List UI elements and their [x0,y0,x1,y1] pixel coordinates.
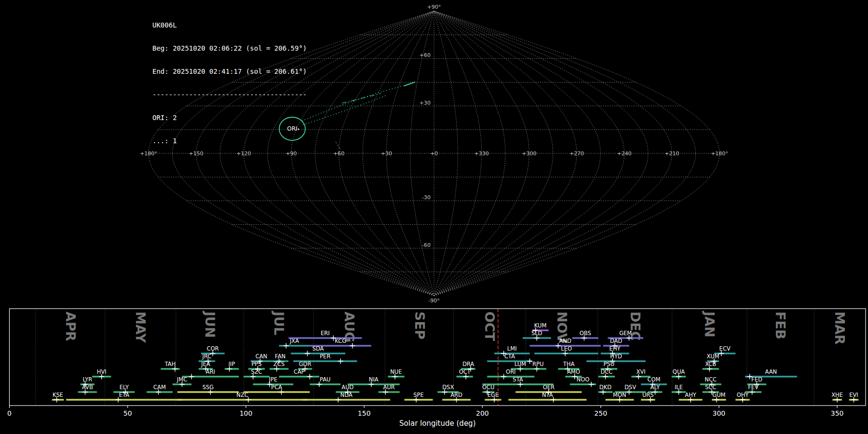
shower-label: NTA [542,392,553,398]
shower-label: ORI [506,368,515,375]
shower-label: NZC [236,392,248,398]
shower-label: CTA [504,353,515,360]
month-label: MAY [133,312,148,343]
shower-bar [288,337,362,339]
x-tick-label: 100 [240,409,253,417]
map-lon-label: +270 [570,150,584,157]
map-lat-label: -60 [422,242,431,248]
shower-bar [379,391,400,393]
radiant-track [302,84,411,121]
station-id: UK006L [152,21,307,29]
shower-bar [291,353,345,354]
x-tick-label: 250 [594,409,607,417]
map-lon-label: +210 [665,150,679,157]
meteor-trail [404,82,415,86]
shower-bar [279,376,319,377]
x-tick-label: 200 [476,409,489,417]
shower-label: DCC [600,368,612,375]
shower-label: CAN [256,353,268,360]
shower-label: LMI [507,345,517,352]
x-axis-label: Solar longitude (deg) [399,419,475,428]
shower-label: NUE [390,368,402,375]
shower-label: AMO [567,368,580,375]
count-other: ...: 1 [152,137,307,145]
shower-label: ELY [120,384,129,391]
shower-label: SZC [251,368,262,375]
shower-label: FAN [275,353,285,360]
shower-bar [508,399,586,400]
shower-label: LYR [82,376,92,383]
shower-bar [66,399,182,400]
shower-label: SSG [203,384,214,391]
map-lat-label: +60 [420,52,431,58]
shower-bar [244,391,310,393]
shower-label: XVI [637,368,646,375]
shower-label: DRA [462,361,474,367]
shower-peak-marker [350,343,355,349]
shower-label: KSE [53,392,63,398]
shower-label: AAN [765,368,777,375]
shower-label: RPU [532,361,543,367]
shower-label: NOO [577,376,590,383]
shower-label: OBS [580,330,591,337]
map-lon-label: +0 [430,150,438,157]
x-tick-label: 50 [123,409,132,417]
shower-label: NIA [369,376,379,383]
shower-label: AUR [383,384,395,391]
x-tick-label: 0 [7,409,12,417]
shower-label: STA [513,376,523,383]
shower-activity-chart: APRMAYJUNJULAUGSEPOCTNOVDECJANFEBMARKUME… [0,304,868,434]
meteor-radiant-screen: +180°+150+120+90+60+30+0+330+300+270+240… [0,0,868,434]
shower-label: SCC [705,384,716,391]
radiant-track-dashdot [342,94,381,103]
shower-label: NDA [340,392,353,398]
month-label: APR [63,312,78,341]
month-label: JUL [271,311,286,335]
shower-bar [177,399,308,400]
shower-label: COM [647,376,660,383]
session-beg: Beg: 20251020 02:06:22 (sol = 206.59°) [152,44,307,52]
shower-label: DSV [624,384,636,391]
shower-label: AVB [82,384,93,391]
shower-label: OCU [482,384,495,391]
shower-peak-marker [338,359,343,364]
shower-label: JRC [202,353,212,360]
shower-label: PAU [320,376,330,383]
map-pole-label-bottom: -90° [428,298,439,304]
shower-peak-marker [307,374,312,380]
shower-label: LEO [561,345,572,352]
map-pole-label-top: +90° [427,4,441,10]
shower-label: JXA [289,338,299,344]
shower-label: DSX [442,384,454,391]
shower-label: SDA [312,345,324,352]
map-lon-label: +240 [617,150,632,157]
shower-label: OCT [459,368,471,375]
shower-bar [244,376,270,377]
shower-label: THA [563,361,575,367]
shower-label: URS [642,392,654,398]
shower-label: GEM [619,330,632,337]
radiant-track [303,95,386,125]
shower-label: ARI [206,368,215,375]
shower-label: HYD [610,353,622,360]
shower-label: DAD [610,338,623,344]
shower-label: GUM [712,392,725,398]
month-label: SEP [412,312,427,339]
shower-label: SPE [413,392,424,398]
map-lon-label: +30 [381,150,392,157]
shower-label: PER [320,353,330,360]
shower-label: TAH [164,361,176,367]
shower-bar [487,376,534,377]
count-ori: ORI: 2 [152,114,307,122]
map-lat-label: -30 [422,194,431,201]
shower-peak-marker [527,359,532,364]
month-label: FEB [773,312,788,339]
x-tick-label: 300 [713,409,726,417]
shower-peak-marker [189,374,194,380]
month-label: JUN [203,311,217,338]
info-separator: -------------------------------------- [152,91,307,98]
shower-label: CAP [294,368,305,375]
sporadic-track [336,142,340,149]
shower-label: ETA [119,392,129,398]
shower-label: KCG [335,338,346,344]
